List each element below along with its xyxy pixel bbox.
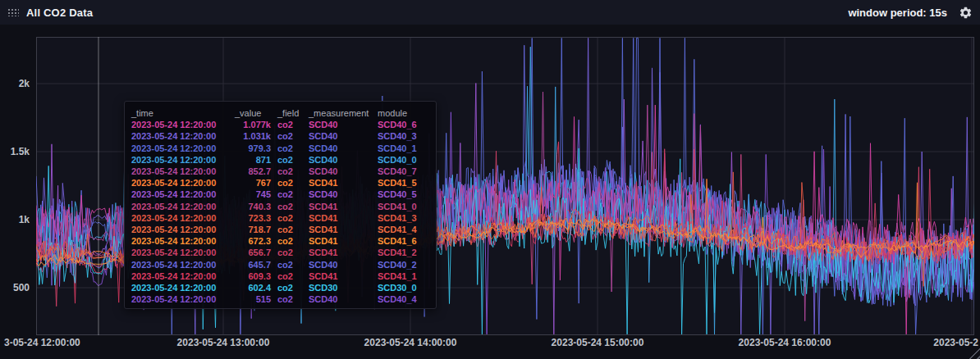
- tooltip-col-header: module: [378, 107, 430, 119]
- tooltip-cell-val: 609.3: [235, 270, 271, 282]
- tooltip-cell-val: 1.077k: [235, 119, 271, 130]
- tooltip-cell-field: co2: [277, 270, 302, 282]
- tooltip-cell-time: 2023-05-24 12:20:00: [131, 282, 228, 293]
- tooltip-cell-mod: SCD41_2: [378, 247, 430, 258]
- tooltip-cell-mod: SCD41_1: [378, 270, 430, 282]
- tooltip-cell-field: co2: [277, 154, 302, 166]
- tooltip-cell-meas: SCD40: [309, 293, 371, 305]
- y-axis-label: 500: [0, 282, 30, 293]
- tooltip-cell-time: 2023-05-24 12:20:00: [131, 224, 228, 235]
- tooltip-cell-val: 852.7: [235, 166, 271, 177]
- tooltip-cell-val: 656.7: [235, 247, 271, 258]
- tooltip-cell-meas: SCD40: [309, 259, 371, 270]
- tooltip-cell-mod: SCD41_6: [378, 235, 430, 247]
- tooltip-cell-field: co2: [277, 130, 302, 142]
- tooltip-col-header: _time: [131, 107, 228, 119]
- x-axis-label: 2023-05-24 13:00:00: [177, 337, 270, 348]
- tooltip-cell-mod: SCD41_5: [378, 177, 430, 189]
- tooltip-cell-field: co2: [277, 177, 302, 189]
- tooltip-cell-time: 2023-05-24 12:20:00: [131, 143, 228, 154]
- hover-tooltip: _time_value_field_measurementmodule2023-…: [124, 101, 437, 309]
- tooltip-cell-field: co2: [277, 259, 302, 270]
- tooltip-cell-val: 718.7: [235, 224, 271, 235]
- gear-icon[interactable]: [959, 6, 973, 20]
- dashboard-panel: { "panel": { "title": "All CO2 Data", "w…: [0, 0, 980, 359]
- tooltip-cell-meas: SCD41: [309, 235, 371, 247]
- tooltip-cell-field: co2: [277, 201, 302, 212]
- tooltip-table: _time_value_field_measurementmodule2023-…: [131, 107, 429, 305]
- tooltip-cell-field: co2: [277, 166, 302, 177]
- tooltip-cell-time: 2023-05-24 12:20:00: [131, 293, 228, 305]
- tooltip-cell-meas: SCD41: [309, 212, 371, 224]
- tooltip-cell-meas: SCD30: [309, 282, 371, 293]
- tooltip-cell-meas: SCD40: [309, 119, 371, 130]
- tooltip-cell-field: co2: [277, 282, 302, 293]
- panel-header: All CO2 Data window period: 15s: [0, 0, 980, 25]
- tooltip-cell-time: 2023-05-24 12:20:00: [131, 247, 228, 258]
- tooltip-col-header: _value: [235, 107, 271, 119]
- drag-handle-icon[interactable]: [7, 8, 19, 16]
- tooltip-cell-time: 2023-05-24 12:20:00: [131, 154, 228, 166]
- tooltip-cell-time: 2023-05-24 12:20:00: [131, 270, 228, 282]
- tooltip-cell-time: 2023-05-24 12:20:00: [131, 130, 228, 142]
- tooltip-cell-meas: SCD40: [309, 166, 371, 177]
- tooltip-cell-meas: SCD41: [309, 201, 371, 212]
- tooltip-col-header: _measurement: [309, 107, 371, 119]
- panel-title: All CO2 Data: [26, 7, 93, 19]
- tooltip-cell-val: 979.3: [235, 143, 271, 154]
- tooltip-cell-meas: SCD41: [309, 270, 371, 282]
- tooltip-cell-time: 2023-05-24 12:20:00: [131, 189, 228, 200]
- tooltip-cell-time: 2023-05-24 12:20:00: [131, 177, 228, 189]
- tooltip-cell-val: 723.3: [235, 212, 271, 224]
- x-axis-label: 2023-05-24 15:00:00: [552, 337, 644, 348]
- tooltip-cell-mod: SCD41_0: [378, 201, 430, 212]
- tooltip-cell-field: co2: [277, 224, 302, 235]
- tooltip-cell-field: co2: [277, 235, 302, 247]
- tooltip-cell-mod: SCD40_6: [378, 119, 430, 130]
- tooltip-cell-mod: SCD41_4: [378, 224, 430, 235]
- tooltip-cell-val: 871: [235, 154, 271, 166]
- tooltip-cell-val: 745: [235, 189, 271, 200]
- tooltip-cell-time: 2023-05-24 12:20:00: [131, 235, 228, 247]
- tooltip-cell-val: 767: [235, 177, 271, 189]
- tooltip-cell-val: 1.031k: [235, 130, 271, 142]
- x-axis-label: 2023-05-2: [933, 337, 978, 348]
- tooltip-cell-mod: SCD40_2: [378, 259, 430, 270]
- tooltip-cell-time: 2023-05-24 12:20:00: [131, 259, 228, 270]
- tooltip-cell-val: 515: [235, 293, 271, 305]
- tooltip-cell-val: 645.7: [235, 259, 271, 270]
- tooltip-cell-meas: SCD40: [309, 154, 371, 166]
- x-axis-label: 3-05-24 12:00:00: [4, 337, 80, 348]
- panel: All CO2 Data window period: 15s 2k1.5k1k…: [0, 0, 980, 359]
- y-axis-label: 1k: [0, 214, 30, 225]
- tooltip-col-header: _field: [277, 107, 302, 119]
- tooltip-cell-field: co2: [277, 143, 302, 154]
- tooltip-cell-mod: SCD40_1: [378, 143, 430, 154]
- tooltip-cell-field: co2: [277, 247, 302, 258]
- y-axis-label: 1.5k: [0, 146, 30, 157]
- window-period-label: window period: 15s: [848, 7, 947, 19]
- tooltip-cell-mod: SCD40_7: [378, 166, 430, 177]
- tooltip-cell-field: co2: [277, 293, 302, 305]
- x-axis-label: 2023-05-24 16:00:00: [739, 337, 831, 348]
- tooltip-cell-mod: SCD40_3: [378, 130, 430, 142]
- tooltip-cell-field: co2: [277, 119, 302, 130]
- tooltip-cell-mod: SCD41_3: [378, 212, 430, 224]
- tooltip-cell-time: 2023-05-24 12:20:00: [131, 119, 228, 130]
- tooltip-cell-val: 602.4: [235, 282, 271, 293]
- tooltip-cell-time: 2023-05-24 12:20:00: [131, 212, 228, 224]
- tooltip-cell-meas: SCD41: [309, 247, 371, 258]
- x-axis-label: 2023-05-24 14:00:00: [364, 337, 457, 348]
- tooltip-cell-time: 2023-05-24 12:20:00: [131, 166, 228, 177]
- tooltip-cell-val: 740.3: [235, 201, 271, 212]
- tooltip-cell-mod: SCD40_0: [378, 154, 430, 166]
- tooltip-cell-meas: SCD41: [309, 224, 371, 235]
- tooltip-cell-meas: SCD41: [309, 177, 371, 189]
- tooltip-cell-mod: SCD40_5: [378, 189, 430, 200]
- tooltip-cell-field: co2: [277, 189, 302, 200]
- tooltip-cell-field: co2: [277, 212, 302, 224]
- tooltip-cell-val: 672.3: [235, 235, 271, 247]
- tooltip-cell-meas: SCD40: [309, 189, 371, 200]
- tooltip-cell-time: 2023-05-24 12:20:00: [131, 201, 228, 212]
- tooltip-cell-mod: SCD30_0: [378, 282, 430, 293]
